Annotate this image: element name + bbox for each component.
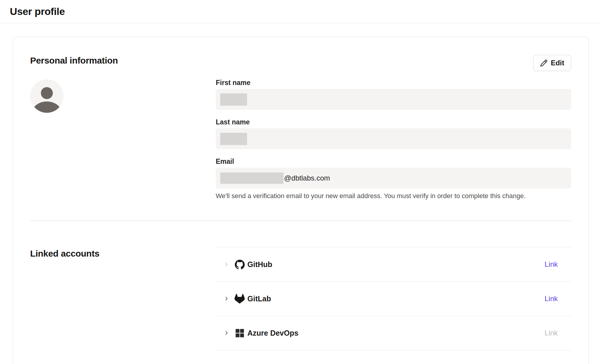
linked-account-row-github: GitHub Link (216, 247, 571, 282)
linked-accounts-section: Linked accounts GitHub Link (13, 221, 588, 350)
pencil-icon (540, 59, 548, 67)
email-domain-text: @dbtlabs.com (284, 174, 330, 182)
chevron-right-icon[interactable] (224, 296, 229, 302)
azure-devops-link-action: Link (545, 329, 571, 337)
avatar-person-body-icon (33, 101, 61, 113)
chevron-right-icon[interactable] (224, 330, 229, 336)
edit-button[interactable]: Edit (533, 55, 571, 71)
last-name-field-group: Last name (216, 118, 571, 149)
page-header: User profile (0, 0, 601, 23)
linked-account-row-gitlab: GitLab Link (216, 282, 571, 316)
email-helper-text: We'll send a verification email to your … (216, 192, 571, 200)
last-name-label: Last name (216, 118, 571, 126)
github-link-action[interactable]: Link (545, 260, 571, 269)
azure-devops-icon (235, 328, 245, 338)
account-name: GitHub (247, 260, 272, 269)
edit-button-label: Edit (551, 59, 564, 67)
avatar (30, 79, 64, 113)
last-name-input (216, 128, 571, 149)
chevron-right-icon[interactable] (224, 261, 229, 267)
redacted-last-name-value (220, 133, 247, 145)
account-name: GitLab (247, 294, 271, 303)
page-title: User profile (10, 6, 65, 17)
linked-account-row-azure-devops: Azure DevOps Link (216, 316, 571, 350)
personal-info-form: First name Last name Email @dbtlabs.com … (216, 55, 571, 200)
linked-accounts-list: GitHub Link GitLab Link (216, 247, 571, 350)
gitlab-link-action[interactable]: Link (545, 294, 571, 303)
github-icon (235, 259, 245, 269)
email-field-group: Email @dbtlabs.com We'll send a verifica… (216, 158, 571, 200)
account-name: Azure DevOps (247, 329, 298, 337)
avatar-person-head-icon (41, 87, 53, 99)
first-name-label: First name (216, 79, 571, 87)
email-label: Email (216, 158, 571, 165)
redacted-first-name-value (220, 93, 247, 106)
personal-info-heading: Personal information (30, 55, 216, 66)
email-input: @dbtlabs.com (216, 168, 571, 189)
profile-card: Personal information First name Last nam… (13, 37, 589, 364)
gitlab-icon (235, 294, 245, 304)
redacted-email-prefix (220, 172, 283, 184)
personal-info-section: Personal information First name Last nam… (13, 37, 588, 220)
first-name-input (216, 89, 571, 110)
first-name-field-group: First name (216, 79, 571, 110)
linked-accounts-heading: Linked accounts (30, 249, 216, 259)
